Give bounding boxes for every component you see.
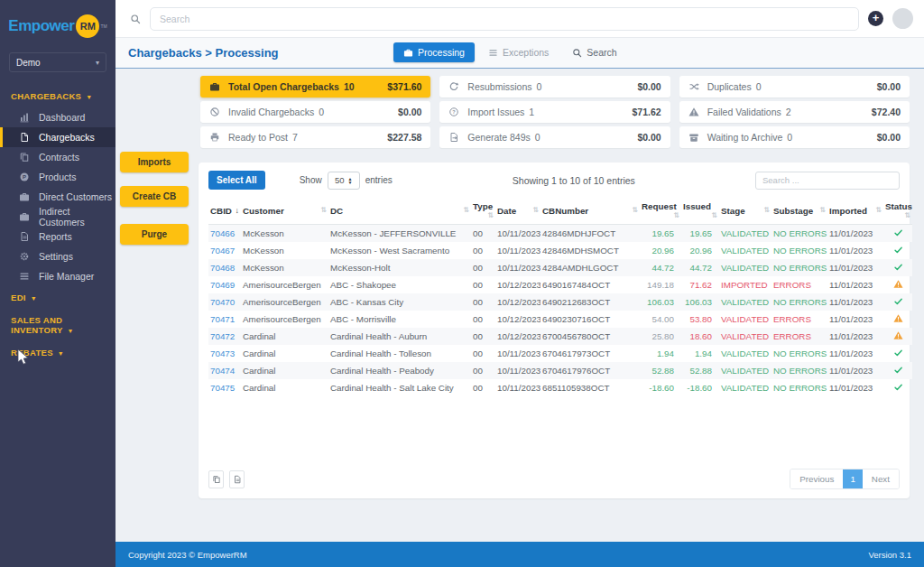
tab-exceptions[interactable]: Exceptions <box>478 42 559 62</box>
sidebar-item-reports[interactable]: Reports <box>0 227 116 246</box>
column-header-dc[interactable]: DC⇅ <box>328 198 471 225</box>
card-ready-to-post[interactable]: Ready to Post7$227.58 <box>200 126 430 148</box>
export-file-button[interactable] <box>229 470 245 488</box>
select-all-button[interactable]: Select All <box>208 171 265 190</box>
export-copy-button[interactable] <box>208 470 224 488</box>
cbid-link[interactable]: 70474 <box>210 366 235 376</box>
column-label: Substage <box>773 206 813 216</box>
card-amount: $0.00 <box>637 81 661 92</box>
sidebar-item-direct-customers[interactable]: Direct Customers <box>0 187 116 207</box>
pagination-next[interactable]: Next <box>863 469 899 488</box>
card-duplicates[interactable]: Duplicates0$0.00 <box>679 76 910 98</box>
sidebar-item-dashboard[interactable]: Dashboard <box>0 107 116 127</box>
org-select-dropdown[interactable]: Demo ▾ <box>9 52 106 72</box>
cell-status <box>883 328 912 345</box>
cell-dc: Cardinal Health - Auburn <box>328 328 471 345</box>
cell-cbid: 70466 <box>208 225 241 242</box>
page-size-group: Show 50 ▲▼ entries <box>300 172 393 190</box>
sidebar-item-products[interactable]: Products <box>0 167 116 187</box>
cbid-link[interactable]: 70472 <box>210 331 235 341</box>
user-avatar[interactable] <box>892 8 913 29</box>
sidebar-section-edi[interactable]: EDI▼ <box>0 286 116 309</box>
search-icon <box>130 14 141 24</box>
cbid-link[interactable]: 70468 <box>210 263 235 273</box>
cell-customer: McKesson <box>241 259 328 276</box>
cell-stage: IMPORTED <box>719 276 772 293</box>
global-search-input[interactable] <box>160 14 849 24</box>
cbid-link[interactable]: 70466 <box>210 228 235 238</box>
search-icon <box>572 48 582 58</box>
cell-imported: 11/01/2023 <box>827 242 883 259</box>
cell-type: 00 <box>471 345 495 362</box>
cell-status <box>883 293 912 311</box>
cell-stage: VALIDATED <box>719 259 772 276</box>
cbid-link[interactable]: 70467 <box>210 246 235 256</box>
table-row[interactable]: 70474CardinalCardinal Health - Peabody00… <box>208 362 912 379</box>
card-resubmissions[interactable]: Resubmissions0$0.00 <box>439 76 670 98</box>
sidebar-section-sales-and-inventory[interactable]: SALES AND INVENTORY▼ <box>0 309 116 341</box>
cbid-link[interactable]: 70470 <box>210 297 235 307</box>
sidebar-item-file-manager[interactable]: File Manager <box>0 266 116 286</box>
cell-cbid: 70472 <box>208 328 241 345</box>
card-invalid-chargebacks[interactable]: Invalid Chargebacks0$0.00 <box>200 101 430 123</box>
cell-imported: 11/01/2023 <box>827 276 883 293</box>
card-failed-validations[interactable]: Failed Validations2$72.40 <box>679 101 910 123</box>
cell-type: 00 <box>471 225 495 242</box>
card-waiting-to-archive[interactable]: Waiting to Archive0$0.00 <box>679 126 910 148</box>
card-total-open-chargebacks[interactable]: Total Open Chargebacks10$371.60 <box>200 76 430 98</box>
cell-cbid: 70468 <box>208 259 241 276</box>
cell-issued: 71.62 <box>681 276 719 293</box>
column-header-cbnumber[interactable]: CBNumber⇅ <box>541 198 640 225</box>
column-header-cbid[interactable]: CBID↓ <box>208 198 241 225</box>
sidebar-item-chargebacks[interactable]: Chargebacks <box>0 127 116 147</box>
table-row[interactable]: 70466McKessonMcKesson - JEFFERSONVILLE00… <box>208 225 912 242</box>
sidebar-section-chargebacks[interactable]: CHARGEBACKS▼ <box>0 85 116 107</box>
column-header-customer[interactable]: Customer⇅ <box>241 198 328 225</box>
table-search-input[interactable] <box>755 172 900 190</box>
card-generate-849s[interactable]: Generate 849s0$0.00 <box>439 126 670 148</box>
column-header-request[interactable]: Request⇅ <box>640 198 681 225</box>
tab-processing[interactable]: Processing <box>393 42 475 62</box>
cbid-link[interactable]: 70471 <box>210 314 235 324</box>
cell-status <box>883 225 912 242</box>
column-header-stage[interactable]: Stage⇅ <box>719 198 772 225</box>
imports-button[interactable]: Imports <box>120 152 189 172</box>
table-row[interactable]: 70467McKessonMcKesson - West Sacramento0… <box>208 242 912 259</box>
sidebar-item-label: Indirect Customers <box>39 206 116 228</box>
table-row[interactable]: 70475CardinalCardinal Health - Salt Lake… <box>208 379 912 396</box>
check-icon <box>893 262 903 272</box>
sort-icon: ⇅ <box>763 206 770 214</box>
purge-button[interactable]: Purge <box>120 224 189 245</box>
pagination-previous[interactable]: Previous <box>790 469 843 488</box>
page-size-select[interactable]: 50 ▲▼ <box>328 172 360 190</box>
column-header-type[interactable]: Type⇅ <box>471 198 495 225</box>
table-row[interactable]: 70471AmerisourceBergenABC - Morrisville0… <box>208 311 912 328</box>
tab-search[interactable]: Search <box>562 42 626 62</box>
cell-request: 44.72 <box>640 259 681 276</box>
cbid-link[interactable]: 70473 <box>210 349 235 358</box>
sidebar-section-label: CHARGEBACKS <box>11 91 81 101</box>
sidebar-item-indirect-customers[interactable]: Indirect Customers <box>0 207 116 227</box>
add-button[interactable]: + <box>868 11 883 26</box>
cell-imported: 11/01/2023 <box>827 293 883 311</box>
column-header-imported[interactable]: Imported⇅ <box>827 198 883 225</box>
cbid-link[interactable]: 70475 <box>210 383 235 393</box>
cell-date: 10/12/2023 <box>495 328 541 345</box>
pagination-page-1[interactable]: 1 <box>843 469 862 488</box>
sidebar-item-contracts[interactable]: Contracts <box>0 147 116 167</box>
column-header-issued[interactable]: Issued⇅ <box>681 198 719 225</box>
table-row[interactable]: 70469AmerisourceBergenABC - Shakopee0010… <box>208 276 912 293</box>
column-header-status[interactable]: Status⇅ <box>883 198 912 225</box>
column-header-date[interactable]: Date⇅ <box>495 198 541 225</box>
card-label: Import Issues <box>467 107 524 117</box>
redo-icon <box>448 81 459 92</box>
cbid-link[interactable]: 70469 <box>210 280 235 290</box>
create-cb-button[interactable]: Create CB <box>120 186 189 207</box>
column-header-substage[interactable]: Substage⇅ <box>772 198 827 225</box>
card-import-issues[interactable]: Import Issues1$71.62 <box>439 101 670 123</box>
table-row[interactable]: 70470AmerisourceBergenABC - Kansas City0… <box>208 293 912 311</box>
sidebar-item-settings[interactable]: Settings <box>0 246 116 266</box>
table-row[interactable]: 70468McKessonMcKesson-Holt0010/11/202342… <box>208 259 912 276</box>
table-row[interactable]: 70472CardinalCardinal Health - Auburn001… <box>208 328 912 345</box>
table-row[interactable]: 70473CardinalCardinal Health - Tolleson0… <box>208 345 912 362</box>
